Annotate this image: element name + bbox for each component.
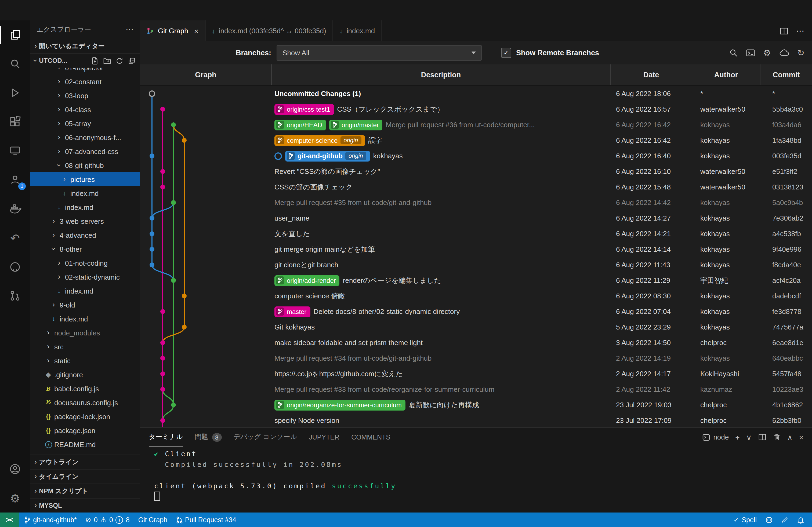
profile-icon[interactable] — [0, 454, 30, 483]
tree-item-package-lock-json[interactable]: {}package-lock.json — [30, 409, 140, 423]
tree-item-docusaurus-config-js[interactable]: JSdocusaurus.config.js — [30, 395, 140, 409]
panel-tab-comments[interactable]: COMMENTS — [351, 428, 390, 447]
branch-badge[interactable]: origin/reorganize-for-summer-curriculum — [274, 400, 405, 410]
split-terminal-icon[interactable] — [758, 433, 766, 441]
terminal-dropdown-icon[interactable]: ∨ — [746, 433, 752, 441]
close-icon[interactable]: × — [194, 27, 199, 35]
bell-icon[interactable] — [797, 516, 804, 524]
commit-row[interactable]: computer science 俯瞰6 Aug 2022 08:30kokha… — [140, 288, 812, 304]
commit-row[interactable]: computer-scienceorigin誤字6 Aug 2022 16:42… — [140, 133, 812, 148]
tree-item-gitignore[interactable]: ◆.gitignore — [30, 367, 140, 381]
refresh-explorer-icon[interactable] — [115, 57, 124, 65]
refresh-icon[interactable]: ↻ — [797, 48, 804, 57]
search-icon[interactable] — [0, 49, 30, 78]
panel-tab-item[interactable]: デバッグ コンソール — [234, 428, 297, 447]
commit-row[interactable]: 文を直した6 Aug 2022 14:21kokhayasa4c538fb — [140, 226, 812, 241]
undo-icon[interactable]: ↶ — [0, 223, 30, 252]
column-date[interactable]: Date — [611, 64, 692, 85]
tree-item-01-inspector[interactable]: ›01-inspector — [30, 67, 140, 75]
branch-badge[interactable]: origin/css-test1 — [274, 104, 334, 115]
new-folder-icon[interactable] — [103, 57, 111, 65]
commit-row[interactable]: specify Node version23 Jul 2022 17:09che… — [140, 413, 812, 427]
new-terminal-icon[interactable]: + — [735, 433, 740, 441]
settings-gear-icon[interactable]: ⚙ — [0, 483, 30, 512]
workspace-section[interactable]: › UTCOD... — [30, 53, 140, 67]
tab-index-md-003fe35d-003fe35d[interactable]: ↓index.md (003fe35d^ ↔ 003fe35d) — [205, 20, 333, 41]
branch-badge[interactable]: origin/master — [329, 119, 383, 130]
mysql-section[interactable]: ›MYSQL — [30, 498, 140, 512]
commit-row[interactable]: Git kokhayas5 Aug 2022 23:29kokhayas7475… — [140, 319, 812, 335]
new-file-icon[interactable] — [91, 57, 99, 65]
commit-row[interactable]: origin/HEADorigin/masterMerge pull reque… — [140, 117, 812, 133]
commit-row[interactable]: origin/css-test1CSS（フレックスボックスまで）6 Aug 20… — [140, 102, 812, 117]
tree-item-02-constant[interactable]: ›02-constant — [30, 75, 140, 89]
commit-row[interactable]: origin/reorganize-for-summer-curriculum夏… — [140, 397, 812, 413]
cloud-download-icon[interactable] — [779, 48, 789, 57]
git-branch-status[interactable]: git-and-github* — [24, 516, 77, 524]
commit-row[interactable]: make sidebar foldable and set prism them… — [140, 335, 812, 350]
accounts-icon[interactable]: 1 — [0, 165, 30, 194]
close-panel-icon[interactable]: × — [799, 433, 803, 441]
tree-item-package-json[interactable]: {}package.json — [30, 423, 140, 437]
problems-status[interactable]: ⊘0 ⚠0 i8 — [85, 516, 130, 524]
tree-item-08-git-github[interactable]: ›08-git-github — [30, 158, 140, 172]
tree-item-06-anonymous-f[interactable]: ›06-anonymous-f... — [30, 131, 140, 144]
terminal-output[interactable]: ✔ Client Compiled successfully in 202.08… — [140, 447, 812, 512]
tree-item-4-advanced[interactable]: ›4-advanced — [30, 228, 140, 242]
commit-row[interactable]: Uncommitted Changes (1)6 Aug 2022 18:06*… — [140, 86, 812, 102]
commit-row[interactable]: git cloneとgit branch6 Aug 2022 11:43kokh… — [140, 257, 812, 273]
commit-row[interactable]: masterDelete docs/8-other/02-static-dyna… — [140, 304, 812, 319]
panel-tab-jupyter[interactable]: JUPYTER — [309, 428, 339, 447]
tree-item-static[interactable]: ›static — [30, 353, 140, 367]
branch-badge[interactable]: origin/HEAD — [274, 119, 326, 130]
commit-row[interactable]: git-and-githuboriginkokhayas6 Aug 2022 1… — [140, 148, 812, 164]
open-editors-section[interactable]: › 開いているエディター — [30, 39, 140, 53]
branch-badge[interactable]: master — [274, 306, 310, 317]
tree-item-babel-config-js[interactable]: Bbabel.config.js — [30, 381, 140, 395]
branch-badge[interactable]: git-and-githuborigin — [285, 151, 370, 161]
timeline-section[interactable]: ›タイムライン — [30, 469, 140, 483]
column-graph[interactable]: Graph — [140, 64, 272, 85]
pull-request-icon[interactable] — [0, 281, 30, 310]
branch-badge[interactable]: computer-scienceorigin — [274, 135, 365, 146]
github-icon[interactable] — [0, 252, 30, 281]
panel-tab-item[interactable]: 問題8 — [195, 428, 221, 447]
remote-explorer-icon[interactable] — [0, 136, 30, 165]
commit-row[interactable]: https://.co.jpをhttps://github.comに変えた2 A… — [140, 366, 812, 381]
terminal-icon[interactable] — [746, 48, 755, 57]
shell-selector[interactable]: node — [702, 433, 729, 441]
tree-item-index-md[interactable]: ↓index.md — [30, 200, 140, 214]
panel-tab-item[interactable]: ターミナル — [149, 428, 183, 447]
settings-gear-icon[interactable]: ⚙ — [764, 48, 771, 57]
tree-item-8-other[interactable]: ›8-other — [30, 242, 140, 256]
tree-item-02-static-dynamic[interactable]: ›02-static-dynamic — [30, 270, 140, 284]
run-debug-icon[interactable] — [0, 78, 30, 107]
show-remote-checkbox[interactable]: ✓ — [501, 48, 511, 58]
tree-item-readme-md[interactable]: iREADME.md — [30, 437, 140, 451]
tree-item-07-advanced-css[interactable]: ›07-advanced-css — [30, 144, 140, 158]
git-graph-status[interactable]: Git Graph — [138, 516, 167, 524]
tree-item-index-md[interactable]: ↓index.md — [30, 284, 140, 298]
commit-row[interactable]: Merge pull request #33 from ut-code/reor… — [140, 381, 812, 397]
docker-icon[interactable] — [0, 194, 30, 223]
commit-row[interactable]: Merge pull request #35 from ut-code/git-… — [140, 195, 812, 210]
tab-git-graph[interactable]: Git Graph× — [140, 20, 205, 41]
tree-item-05-array[interactable]: ›05-array — [30, 117, 140, 131]
tree-item-9-old[interactable]: ›9-old — [30, 298, 140, 312]
commit-row[interactable]: user_name6 Aug 2022 14:27kokhayas7e306ab… — [140, 210, 812, 226]
editor-more-icon[interactable]: ⋯ — [796, 26, 804, 36]
maximize-panel-icon[interactable]: ∧ — [787, 433, 793, 441]
commit-row[interactable]: Revert "CSSの節の画像チェック"6 Aug 2022 16:10wat… — [140, 164, 812, 179]
commit-row[interactable]: Merge pull request #34 from ut-code/git-… — [140, 350, 812, 366]
tree-item-04-class[interactable]: ›04-class — [30, 103, 140, 117]
commit-row[interactable]: git merge origin mainなどを加筆6 Aug 2022 14:… — [140, 241, 812, 257]
branches-dropdown[interactable]: Show All — [277, 45, 482, 61]
split-editor-icon[interactable] — [780, 27, 788, 35]
outline-section[interactable]: ›アウトライン — [30, 454, 140, 469]
commit-row[interactable]: CSSの節の画像チェック6 Aug 2022 15:48waterwalker5… — [140, 179, 812, 195]
extensions-icon[interactable] — [0, 107, 30, 136]
spell-checker-status[interactable]: ✓Spell — [733, 516, 757, 524]
tree-item-03-loop[interactable]: ›03-loop — [30, 89, 140, 103]
kill-terminal-icon[interactable] — [772, 433, 781, 441]
pull-request-status[interactable]: Pull Request #34 — [176, 516, 236, 524]
